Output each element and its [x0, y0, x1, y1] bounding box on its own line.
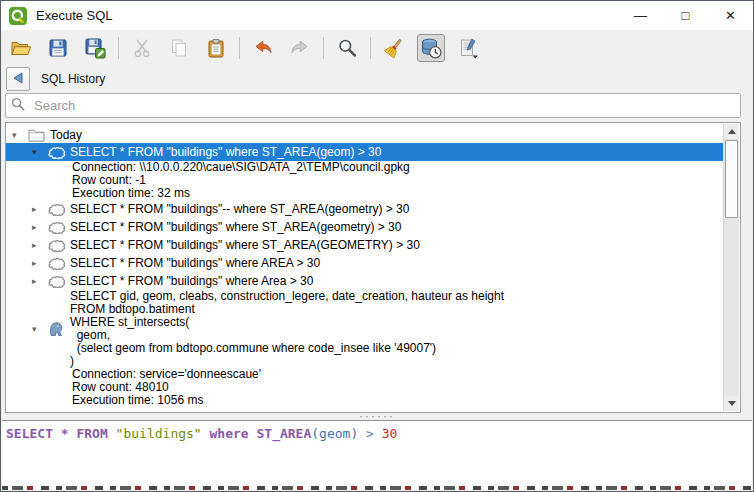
toolbar-separator [323, 37, 324, 59]
scroll-up-button[interactable] [724, 124, 739, 139]
chevron-down-icon[interactable]: ▾ [32, 324, 48, 334]
back-arrow-icon [13, 70, 23, 88]
clear-sql-history-button[interactable] [380, 34, 408, 62]
gpkg-icon [48, 239, 68, 252]
history-item-row[interactable]: ▾Today [6, 126, 723, 143]
gpkg-icon [48, 275, 68, 288]
chevron-right-icon[interactable]: ▸ [32, 222, 48, 232]
toolbar-separator [239, 37, 240, 59]
close-button[interactable]: ✕ [708, 1, 753, 30]
maximize-button[interactable]: □ [663, 1, 708, 30]
open-query-icon [10, 37, 32, 59]
splitter-dots-icon: ······ [359, 413, 395, 420]
find-button[interactable] [333, 34, 361, 62]
copy-icon [168, 37, 190, 59]
sql-history-icon [420, 37, 442, 59]
sql-scripts-button[interactable] [454, 34, 482, 62]
chevron-right-icon[interactable]: ▸ [32, 240, 48, 250]
cut-button [128, 34, 156, 62]
redo-icon [289, 37, 311, 59]
gpkg-icon [48, 146, 68, 159]
titlebar: Execute SQL — □ ✕ [1, 1, 753, 30]
history-detail-row[interactable]: Execution time: 1056 ms [6, 394, 723, 407]
save-query-button[interactable] [44, 34, 72, 62]
clear-sql-history-icon [383, 37, 405, 59]
back-button[interactable] [6, 67, 30, 91]
gpkg-icon [48, 257, 68, 270]
history-item-row[interactable]: ▸SELECT * FROM "buildings" where Area > … [6, 272, 723, 290]
save-query-as-button[interactable] [81, 34, 109, 62]
history-item-text: Execution time: 1056 ms [70, 394, 203, 407]
panel-title: SQL History [41, 72, 105, 86]
chevron-right-icon[interactable]: ▸ [32, 258, 48, 268]
toolbar [1, 30, 753, 65]
postgres-icon [48, 321, 68, 337]
window-controls: — □ ✕ [618, 1, 753, 30]
sql-history-list: ▾Today▾SELECT * FROM "buildings" where S… [6, 126, 723, 412]
history-item-text: SELECT * FROM "buildings" where AREA > 3… [68, 256, 320, 270]
cut-icon [131, 37, 153, 59]
history-item-row[interactable]: ▸SELECT * FROM "buildings" where AREA > … [6, 254, 723, 272]
toolbar-separator [118, 37, 119, 59]
folder-icon [28, 128, 48, 142]
history-item-row[interactable]: ▸SELECT * FROM "buildings" where ST_AREA… [6, 236, 723, 254]
sql-editor[interactable]: SELECT * FROM "buildings" where ST_AREA(… [2, 420, 752, 488]
scroll-down-button[interactable] [724, 396, 739, 411]
paste-icon [205, 37, 227, 59]
sql-history-tree: ▾Today▾SELECT * FROM "buildings" where S… [5, 122, 741, 413]
sql-code-line: SELECT * FROM "buildings" where ST_AREA(… [6, 426, 748, 441]
history-item-text: SELECT gid, geom, cleabs, construction_l… [68, 290, 504, 368]
toolbar-separator [370, 37, 371, 59]
window-title: Execute SQL [36, 8, 113, 23]
qgis-logo-icon [9, 7, 27, 25]
history-item-row[interactable]: ▾SELECT * FROM "buildings" where ST_AREA… [6, 143, 723, 161]
chevron-right-icon[interactable]: ▸ [32, 276, 48, 286]
sql-scripts-icon [457, 37, 479, 59]
vertical-scrollbar[interactable] [723, 124, 739, 411]
paste-button[interactable] [202, 34, 230, 62]
chevron-down-icon[interactable]: ▾ [12, 130, 28, 140]
search-box [5, 93, 741, 118]
undo-icon [252, 37, 274, 59]
history-item-row[interactable]: ▸SELECT * FROM "buildings" where ST_AREA… [6, 218, 723, 236]
chevron-right-icon[interactable]: ▸ [32, 204, 48, 214]
clipped-bottom-row [2, 486, 752, 490]
undo-button[interactable] [249, 34, 277, 62]
sql-history-button[interactable] [417, 34, 445, 62]
history-item-text: SELECT * FROM "buildings" where ST_AREA(… [68, 238, 420, 252]
redo-button [286, 34, 314, 62]
history-item-row[interactable]: ▾SELECT gid, geom, cleabs, construction_… [6, 290, 723, 368]
execute-sql-dialog: Execute SQL — □ ✕ SQL History ▾Today▾SEL… [0, 0, 754, 492]
chevron-down-icon[interactable]: ▾ [32, 147, 48, 157]
history-item-text: SELECT * FROM "buildings" where ST_AREA(… [68, 145, 381, 159]
open-query-button[interactable] [7, 34, 35, 62]
search-icon [11, 97, 25, 115]
copy-button [165, 34, 193, 62]
history-detail-row[interactable]: Execution time: 32 ms [6, 187, 723, 200]
save-query-icon [47, 37, 69, 59]
history-item-text: SELECT * FROM "buildings" where Area > 3… [68, 274, 313, 288]
history-item-text: Today [48, 128, 82, 142]
scrollbar-thumb[interactable] [725, 140, 738, 218]
find-icon [336, 37, 358, 59]
history-item-text: SELECT * FROM "buildings" where ST_AREA(… [68, 220, 401, 234]
history-item-row[interactable]: ▸SELECT * FROM "buildings"-- where ST_AR… [6, 200, 723, 218]
history-item-text: SELECT * FROM "buildings"-- where ST_ARE… [68, 202, 409, 216]
history-item-text: Execution time: 32 ms [70, 187, 190, 200]
gpkg-icon [48, 221, 68, 234]
save-query-as-icon [84, 37, 106, 59]
panel-header: SQL History [1, 65, 753, 92]
search-input[interactable] [32, 97, 735, 114]
minimize-button[interactable]: — [618, 1, 663, 30]
splitter-handle[interactable]: ······ [1, 413, 753, 420]
gpkg-icon [48, 203, 68, 216]
